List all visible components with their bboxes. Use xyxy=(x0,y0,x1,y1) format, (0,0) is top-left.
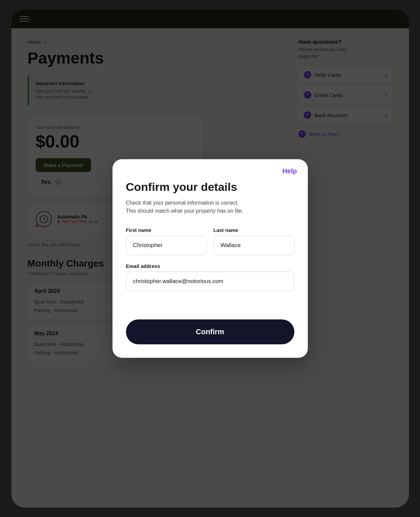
modal-title: Confirm your details xyxy=(126,180,294,194)
last-name-label: Last name xyxy=(214,227,294,233)
modal-subtitle: Check that your personal information is … xyxy=(126,199,294,215)
modal-help-bar: Help xyxy=(112,159,308,180)
confirm-details-modal: Help Confirm your details Check that you… xyxy=(112,159,308,358)
email-field-container: Email address xyxy=(126,263,294,291)
modal-spacer xyxy=(126,299,294,319)
modal-overlay: Help Confirm your details Check that you… xyxy=(11,9,409,508)
first-name-field: First name xyxy=(126,227,207,255)
help-button[interactable]: Help xyxy=(282,167,297,175)
first-name-input[interactable] xyxy=(126,236,207,255)
email-label: Email address xyxy=(126,263,294,269)
email-input[interactable] xyxy=(126,272,294,291)
name-fields-row: First name Last name xyxy=(126,227,294,255)
first-name-label: First name xyxy=(126,227,207,233)
modal-body: Confirm your details Check that your per… xyxy=(112,180,308,358)
last-name-input[interactable] xyxy=(214,236,294,255)
last-name-field: Last name xyxy=(214,227,294,255)
confirm-button[interactable]: Confirm xyxy=(126,319,294,344)
